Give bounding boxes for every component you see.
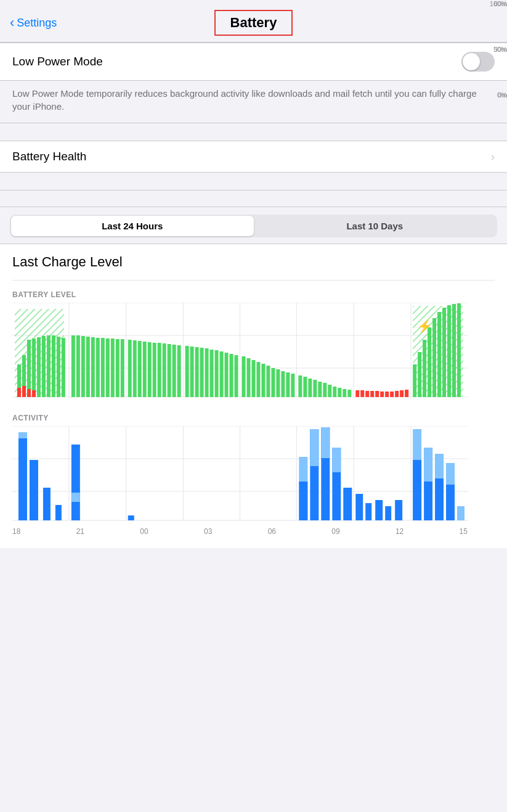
svg-rect-117 [18,438,27,520]
svg-rect-50 [190,347,194,397]
description-section: Low Power Mode temporarily reduces backg… [0,81,507,123]
header: ‹ Settings Battery [0,0,507,43]
svg-rect-34 [106,338,110,397]
svg-rect-147 [457,506,464,520]
svg-rect-45 [163,343,166,397]
svg-rect-48 [177,345,181,397]
chevron-right-icon: › [491,150,495,163]
activity-y-0: 0m [498,91,507,99]
svg-rect-76 [323,383,327,397]
svg-rect-75 [318,382,322,397]
x-label-09: 09 [331,527,339,536]
svg-rect-82 [355,390,359,397]
svg-rect-78 [333,387,336,397]
segment-container: Last 24 Hours Last 10 Days [0,207,507,244]
svg-rect-19 [47,335,51,397]
svg-rect-123 [71,493,80,502]
svg-rect-144 [435,454,444,478]
svg-rect-103 [452,304,456,397]
battery-chart-row: ⚡ 100% 50% 0% [12,303,495,401]
svg-rect-68 [281,371,285,397]
svg-rect-88 [385,392,389,397]
svg-rect-21 [57,337,60,397]
battery-chart-area: ⚡ [12,303,468,401]
svg-rect-46 [168,344,171,397]
svg-rect-71 [298,375,302,397]
activity-y-30: 30m [494,46,507,53]
svg-rect-101 [442,308,446,397]
svg-rect-47 [172,345,176,397]
svg-rect-37 [121,339,124,397]
svg-rect-130 [321,427,330,458]
svg-rect-128 [310,429,318,466]
svg-rect-79 [338,388,341,397]
svg-rect-72 [303,377,307,397]
svg-rect-83 [360,390,364,397]
page-title: Battery [230,15,277,30]
svg-rect-58 [230,354,233,397]
svg-rect-43 [153,343,156,397]
svg-rect-120 [43,488,51,520]
svg-rect-69 [286,372,290,397]
svg-rect-137 [385,506,391,520]
back-label: Settings [17,17,57,30]
x-label-12: 12 [395,527,404,536]
svg-rect-51 [195,347,199,397]
svg-rect-87 [380,392,384,397]
svg-rect-62 [251,360,255,397]
svg-rect-52 [200,348,204,397]
svg-rect-126 [299,482,307,520]
x-label-03: 03 [204,527,212,536]
svg-rect-118 [30,460,38,520]
svg-rect-55 [215,350,219,397]
svg-rect-15 [27,340,31,397]
svg-rect-77 [328,385,331,397]
svg-rect-96 [418,352,421,397]
svg-rect-81 [347,390,351,397]
svg-rect-122 [71,445,80,520]
svg-rect-97 [423,340,426,397]
spacer [0,190,507,207]
svg-rect-121 [55,505,62,520]
svg-rect-70 [291,374,294,397]
battery-level-svg: ⚡ [12,303,468,401]
svg-rect-119 [18,432,27,438]
svg-rect-133 [343,488,352,520]
svg-rect-60 [241,356,245,397]
segment-last-24-hours[interactable]: Last 24 Hours [11,216,254,236]
svg-rect-56 [220,351,224,397]
svg-rect-74 [313,380,317,397]
back-button[interactable]: ‹ Settings [10,15,57,31]
svg-rect-22 [62,338,65,397]
low-power-mode-row[interactable]: Low Power Mode [0,43,507,80]
svg-rect-31 [91,337,95,397]
activity-chart-label: ACTIVITY [12,414,495,422]
svg-rect-84 [365,391,369,397]
svg-rect-135 [365,503,371,520]
svg-rect-32 [96,338,100,397]
svg-rect-18 [42,336,46,397]
svg-rect-146 [446,463,455,485]
svg-rect-16 [32,338,36,397]
battery-health-row[interactable]: Battery Health › [0,141,507,172]
svg-rect-28 [76,335,80,397]
back-chevron-icon: ‹ [10,15,14,31]
svg-rect-23 [17,388,21,397]
segment-last-10-days[interactable]: Last 10 Days [254,216,497,236]
title-box: Battery [214,10,293,36]
svg-rect-29 [81,336,85,397]
svg-rect-89 [390,392,394,397]
svg-rect-132 [332,448,341,472]
svg-rect-86 [375,391,379,397]
svg-rect-38 [128,340,132,397]
svg-rect-27 [71,335,75,397]
charts-container: BATTERY LEVEL [0,281,507,548]
svg-rect-85 [370,391,374,397]
low-power-mode-section: Low Power Mode [0,43,507,81]
svg-rect-36 [116,339,120,397]
svg-rect-40 [138,341,142,397]
svg-rect-142 [424,448,432,482]
svg-rect-65 [266,366,270,397]
activity-chart-area [12,426,468,525]
x-label-18: 18 [12,527,20,536]
